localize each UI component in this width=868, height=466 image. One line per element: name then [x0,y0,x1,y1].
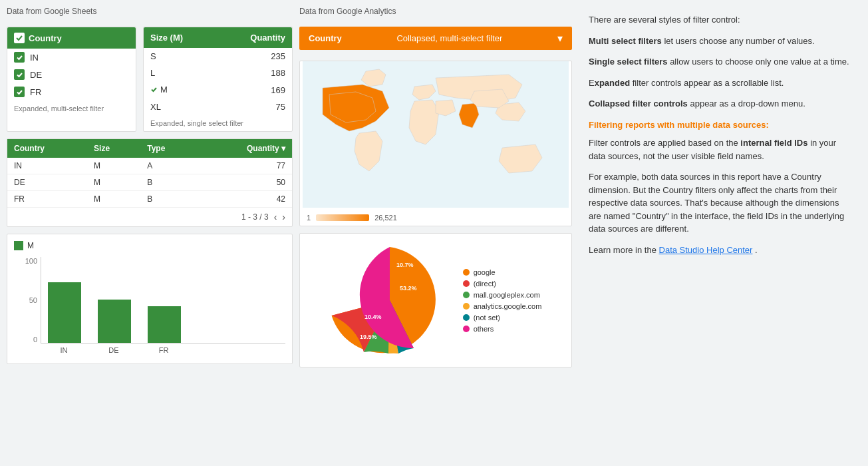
country-filter-header: Country [7,27,136,49]
pie-label-google: 53.2% [400,285,417,292]
map-legend: 1 26,521 [300,210,571,226]
bar-group-FR [148,306,181,343]
pie-legend: google (direct) mall.googleplex.com anal… [463,268,542,333]
para-single-select: Single select filters allow users to cho… [589,55,851,69]
next-page-button[interactable]: › [282,212,285,222]
data-studio-link[interactable]: Data Studio Help Center [659,245,753,255]
filter-item-FR[interactable]: FR [7,83,136,101]
cell-qty: 42 [198,191,292,208]
cell-size: M [87,158,140,174]
cell-country: FR [7,191,87,208]
cell-qty: 50 [198,174,292,191]
collapsed-bold: Collapsed filter controls [589,99,688,109]
left-section-label: Data from Google Sheets [7,7,293,16]
col-header-country: Country [7,139,87,158]
bar-legend-color [14,241,23,250]
checkbox-FR[interactable] [14,87,25,97]
cell-qty: 77 [198,158,292,174]
checkbox-DE[interactable] [14,69,25,80]
legend-dot-google [463,269,470,276]
ga-section-label: Data from Google Analytics [299,7,572,16]
legend-item-not-set: (not set) [463,314,542,322]
legend-label-mall: mall.googleplex.com [474,291,540,299]
qty-cell-S: 235 [221,48,292,65]
legend-label-others: others [474,325,494,333]
data-table-card: Country Size Type Quantity ▾ IN M A 77 D… [7,138,293,227]
map-legend-gradient [316,214,369,221]
cell-type: A [140,158,198,174]
field-ids-bold: internal field IDs [740,138,807,148]
expanded-rest: filter controls appear as a scrollable l… [630,78,784,88]
x-label-FR: FR [147,346,180,354]
bar-chart-legend: M [14,241,285,250]
size-filter-header: Size (M) Quantity [144,27,292,48]
bar-chart-card: M 100 50 0 [7,234,293,364]
expanded-pre: E [589,78,595,88]
bar-group-DE [98,300,131,343]
world-map [300,61,571,208]
legend-label-google: google [474,268,496,276]
para-collapsed: Collapsed filter controls appear as a dr… [589,97,851,111]
country-filter-label: Country [29,33,62,43]
legend-label-direct: (direct) [474,280,496,288]
filter-item-IN[interactable]: IN [7,49,136,66]
col-header-qty[interactable]: Quantity ▾ [198,139,292,158]
y-label-50: 50 [14,296,37,304]
data-table: Country Size Type Quantity ▾ IN M A 77 D… [7,139,292,208]
size-filter-box: Size (M) Quantity S 235 L 188 [143,27,293,132]
cell-type: B [140,174,198,191]
collapsed-rest: appear as a drop-down menu. [690,99,805,109]
map-legend-max: 26,521 [374,214,397,222]
qty-cell-M: 169 [221,81,292,99]
single-select-rest: allow users to choose only one value at … [670,57,849,67]
pie-chart-card: 53.2% 19.5% 10.4% 10.7% google (direct) … [299,233,572,367]
legend-label-not-set: (not set) [474,314,500,322]
para-expanded: Expanded filter controls appear as a scr… [589,77,851,90]
legend-dot-not-set [463,314,470,321]
filter-label-FR: FR [30,87,41,97]
filter-label-IN: IN [30,53,39,63]
para-field-ids: Filter controls are applied based on the… [589,136,851,162]
size-row-S[interactable]: S 235 [144,48,292,65]
bar-DE [98,300,131,343]
cell-size: M [87,174,140,191]
legend-dot-others [463,326,470,332]
cell-country: DE [7,174,87,191]
pie-label-others: 10.7% [396,262,414,268]
size-row-XL[interactable]: XL 75 [144,99,292,115]
size-row-L[interactable]: L 188 [144,65,292,81]
size-filter-footer: Expanded, single select filter [144,115,292,131]
qty-cell-XL: 75 [221,99,292,115]
size-table: S 235 L 188 M [144,48,292,115]
field-ids-pre: Filter controls are applied based on the [589,138,740,148]
multi-select-rest: let users choose any number of values. [664,36,814,46]
bar-FR [148,306,181,343]
filtering-heading: Filtering reports with multiple data sou… [589,118,851,132]
table-row: FR M B 42 [7,191,292,208]
cell-size: M [87,191,140,208]
dropdown-arrow-icon: ▾ [557,32,563,45]
intro-text: There are several styles of filter contr… [589,13,851,27]
dropdown-value: Collapsed, multi-select filter [342,33,557,43]
pie-label-mall: 10.4% [364,314,382,320]
filter-label-DE: DE [30,70,42,80]
size-cell-L: L [144,65,221,81]
checkbox-IN[interactable] [14,52,25,63]
size-row-M[interactable]: M 169 [144,81,292,99]
map-legend-min: 1 [307,214,311,222]
bar-chart-bars [41,257,285,344]
table-row: DE M B 50 [7,174,292,191]
pagination-label: 1 - 3 / 3 [241,212,269,222]
prev-page-button[interactable]: ‹ [274,212,277,222]
expanded-bold: xpanded [595,78,630,88]
col-header-type: Type [140,139,198,158]
country-dropdown[interactable]: Country Collapsed, multi-select filter ▾ [299,27,572,50]
learn-more-pre: Learn more in the [589,245,659,255]
multi-select-bold: Multi select filters [589,36,662,46]
x-label-DE: DE [97,346,130,354]
y-label-100: 100 [14,257,37,265]
bar-x-labels: IN DE FR [41,344,285,357]
filter-item-DE[interactable]: DE [7,66,136,83]
pagination: 1 - 3 / 3 ‹ › [7,208,292,226]
col-header-size: Size [87,139,140,158]
